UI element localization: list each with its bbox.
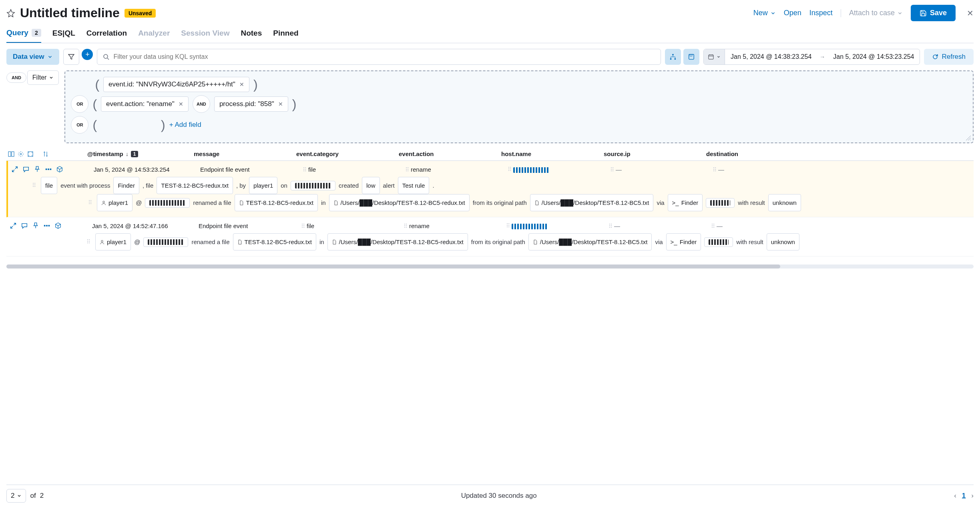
chip-host[interactable] bbox=[143, 237, 188, 247]
kql-search[interactable] bbox=[97, 49, 661, 65]
chip-user[interactable]: player1 bbox=[249, 177, 277, 194]
attach-to-case-button[interactable]: Attach to case bbox=[849, 9, 903, 17]
save-button[interactable]: Save bbox=[911, 5, 956, 21]
gear-icon[interactable] bbox=[18, 151, 24, 157]
date-from[interactable]: Jan 5, 2024 @ 14:38:23.254 bbox=[725, 53, 817, 60]
inspect-button[interactable]: Inspect bbox=[809, 9, 833, 17]
chip-path[interactable]: /Users/███/Desktop/TEST-8.12-BC5-redux.t… bbox=[327, 233, 468, 250]
drag-handle-icon[interactable]: ⠿ bbox=[405, 166, 409, 173]
chip-original-path[interactable]: /Users/███/Desktop/TEST-8.12-BC5.txt bbox=[528, 233, 652, 250]
pin-icon[interactable] bbox=[34, 166, 41, 173]
col-event-category[interactable]: event.category bbox=[296, 150, 396, 157]
drag-handle-icon[interactable]: ⠿ bbox=[608, 223, 612, 229]
chip-original-path[interactable]: /Users/███/Desktop/TEST-8.12-BC5.txt bbox=[530, 194, 654, 211]
logic-and-pill[interactable]: AND bbox=[6, 72, 26, 83]
expand-icon[interactable] bbox=[10, 222, 17, 229]
more-icon[interactable] bbox=[43, 222, 50, 229]
drag-handle-icon[interactable]: ⠿ bbox=[86, 236, 90, 248]
filter-pill-process-pid[interactable]: process.pid: "858"✕ bbox=[214, 96, 288, 112]
chip-filename[interactable]: TEST-8.12-BC5-redux.txt bbox=[233, 233, 316, 250]
chip-severity[interactable]: low bbox=[362, 177, 380, 194]
logic-or-pill[interactable]: OR bbox=[71, 95, 88, 113]
chip-user[interactable]: player1 bbox=[97, 194, 133, 211]
tab-query[interactable]: Query2 bbox=[6, 28, 41, 43]
date-to[interactable]: Jan 5, 2024 @ 14:53:23.254 bbox=[827, 53, 920, 60]
chip-process[interactable]: >_ Finder bbox=[668, 194, 703, 211]
chip-host[interactable] bbox=[145, 198, 190, 208]
hierarchy-icon-button[interactable] bbox=[665, 49, 681, 65]
drag-handle-icon[interactable]: ⠿ bbox=[713, 166, 717, 173]
drag-handle-icon[interactable]: ⠿ bbox=[404, 223, 408, 229]
col-message[interactable]: message bbox=[194, 150, 294, 157]
calendar-trigger[interactable] bbox=[704, 49, 725, 64]
drag-handle-icon[interactable]: ⠿ bbox=[88, 196, 92, 209]
data-view-button[interactable]: Data view bbox=[6, 49, 59, 65]
horizontal-scrollbar[interactable] bbox=[6, 265, 974, 269]
drag-handle-icon[interactable]: ⠿ bbox=[32, 179, 36, 192]
new-button[interactable]: New bbox=[753, 9, 776, 17]
chip-process[interactable]: >_ Finder bbox=[666, 233, 701, 250]
page-size-select[interactable]: 2 bbox=[6, 489, 26, 503]
sort-icon[interactable] bbox=[42, 151, 49, 157]
add-field-button[interactable]: + Add field bbox=[169, 121, 201, 129]
fields-icon[interactable] bbox=[8, 151, 14, 157]
kql-input[interactable] bbox=[113, 53, 655, 60]
expand-icon[interactable] bbox=[11, 166, 18, 173]
filter-pill-event-id[interactable]: event.id: "NNVRyW3C4iz6AP25+++++/ht"✕ bbox=[103, 77, 249, 92]
next-page-button[interactable]: › bbox=[971, 492, 974, 500]
chip-result[interactable]: unknown bbox=[767, 233, 799, 250]
logic-or-pill[interactable]: OR bbox=[71, 116, 88, 134]
add-filter-button[interactable]: + bbox=[82, 49, 93, 60]
chip-process[interactable]: Finder bbox=[113, 177, 139, 194]
scrollbar-thumb[interactable] bbox=[6, 265, 780, 269]
tab-correlation[interactable]: Correlation bbox=[86, 28, 127, 43]
filter-dropdown[interactable]: Filter bbox=[27, 70, 59, 85]
col-timestamp[interactable]: @timestamp ↓ 1 bbox=[87, 150, 191, 157]
cube-icon[interactable] bbox=[54, 222, 62, 229]
tab-esql[interactable]: ES|QL bbox=[52, 28, 75, 43]
cube-icon[interactable] bbox=[56, 166, 63, 173]
chip-file[interactable]: file bbox=[41, 177, 57, 194]
remove-pill-icon[interactable]: ✕ bbox=[278, 101, 283, 107]
comment-icon[interactable] bbox=[21, 222, 28, 229]
tab-notes[interactable]: Notes bbox=[241, 28, 262, 43]
comment-icon[interactable] bbox=[22, 166, 30, 173]
drag-handle-icon[interactable]: ⠿ bbox=[301, 223, 305, 229]
favorite-star-icon[interactable] bbox=[6, 9, 15, 18]
refresh-button[interactable]: Refresh bbox=[924, 49, 974, 65]
open-button[interactable]: Open bbox=[784, 9, 801, 17]
fullscreen-icon[interactable] bbox=[27, 151, 34, 157]
chip-user[interactable]: player1 bbox=[95, 233, 131, 250]
filter-icon-button[interactable] bbox=[63, 49, 79, 65]
drag-handle-icon[interactable]: ⠿ bbox=[711, 223, 715, 229]
current-page[interactable]: 1 bbox=[962, 492, 966, 500]
col-destination-ip[interactable]: destination bbox=[706, 150, 974, 157]
drag-handle-icon[interactable]: ⠿ bbox=[303, 166, 307, 173]
drag-handle-icon[interactable]: ⠿ bbox=[506, 222, 510, 229]
drag-handle-icon[interactable]: ⠿ bbox=[508, 166, 512, 172]
chip-hash[interactable] bbox=[704, 237, 733, 247]
chip-hash[interactable] bbox=[706, 198, 735, 208]
close-icon[interactable]: ✕ bbox=[967, 8, 974, 18]
date-range-picker[interactable]: Jan 5, 2024 @ 14:38:23.254 → Jan 5, 2024… bbox=[703, 49, 920, 65]
chip-filename[interactable]: TEST-8.12-BC5-redux.txt bbox=[157, 177, 233, 194]
col-source-ip[interactable]: source.ip bbox=[604, 150, 704, 157]
chip-rule[interactable]: Test rule bbox=[398, 177, 430, 194]
filter-pill-event-action[interactable]: event.action: "rename"✕ bbox=[101, 96, 189, 112]
col-host-name[interactable]: host.name bbox=[501, 150, 601, 157]
resize-handle-icon[interactable] bbox=[966, 135, 971, 141]
more-icon[interactable] bbox=[45, 166, 52, 173]
prev-page-button[interactable]: ‹ bbox=[954, 492, 956, 500]
col-event-action[interactable]: event.action bbox=[399, 150, 499, 157]
tab-pinned[interactable]: Pinned bbox=[273, 28, 298, 43]
remove-pill-icon[interactable]: ✕ bbox=[179, 101, 183, 107]
logic-and-pill[interactable]: AND bbox=[193, 95, 210, 113]
save-query-icon-button[interactable] bbox=[683, 49, 699, 65]
remove-pill-icon[interactable]: ✕ bbox=[239, 81, 244, 88]
chip-path[interactable]: /Users/███/Desktop/TEST-8.12-BC5-redux.t… bbox=[329, 194, 470, 211]
chip-filename[interactable]: TEST-8.12-BC5-redux.txt bbox=[235, 194, 318, 211]
chip-host[interactable] bbox=[291, 181, 335, 190]
pin-icon[interactable] bbox=[32, 222, 39, 229]
drag-handle-icon[interactable]: ⠿ bbox=[610, 166, 614, 173]
chip-result[interactable]: unknown bbox=[768, 194, 801, 211]
